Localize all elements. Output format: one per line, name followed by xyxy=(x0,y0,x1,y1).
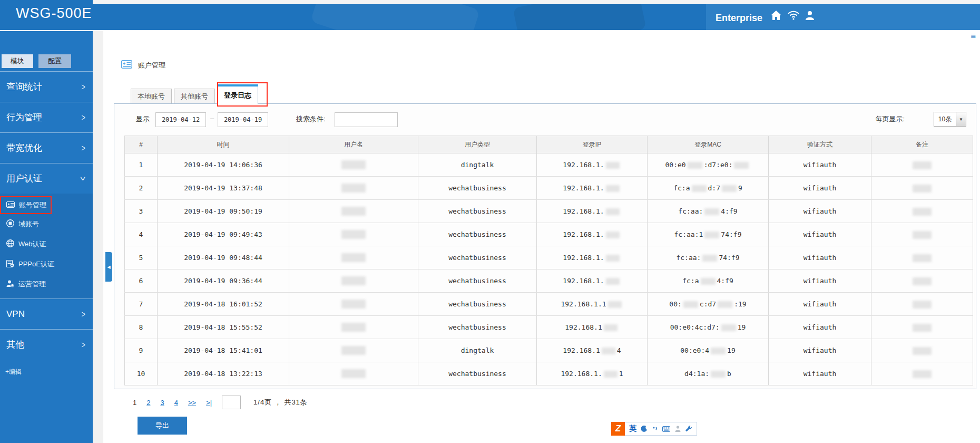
cell-time: 2019-04-19 09:50:19 xyxy=(158,200,289,223)
sidebar-item-web-auth[interactable]: Web认证 xyxy=(0,234,93,254)
redacted-blur xyxy=(704,232,719,238)
tab-login-log[interactable]: 登录日志 xyxy=(217,84,258,104)
cell-auth: wifiauth xyxy=(769,200,871,223)
date-to-input[interactable] xyxy=(218,112,268,127)
table-row: 62019-04-19 09:36:44wechatbusiness192.16… xyxy=(125,269,973,293)
cell-note xyxy=(871,200,973,223)
sidebar-edit-link[interactable]: +编辑 xyxy=(5,368,22,377)
sogou-logo-icon[interactable]: Z xyxy=(611,422,625,436)
cell-auth: wifiauth xyxy=(769,177,871,200)
table-body: 12019-04-19 14:06:36dingtalk192.168.1.00… xyxy=(125,153,973,386)
user-icon[interactable] xyxy=(806,11,814,20)
table-row: 22019-04-19 13:37:48wechatbusiness192.16… xyxy=(125,177,973,200)
cell-note xyxy=(871,362,973,386)
tab-other-accounts[interactable]: 其他账号 xyxy=(174,89,215,104)
sidebar-item-user-auth[interactable]: 用户认证 > xyxy=(0,163,93,194)
redacted-blur xyxy=(913,301,932,309)
keyboard-icon[interactable] xyxy=(662,426,670,432)
redacted-blur xyxy=(683,301,698,308)
cell-type: wechatbusiness xyxy=(418,293,537,316)
cell-ip: 192.168.1 xyxy=(537,316,648,339)
sidebar: 模块 配置 查询统计 > 行为管理 > 带宽优化 > 用户认证 > 账号管理 域… xyxy=(0,31,93,443)
redacted-blur xyxy=(711,371,726,378)
sidebar-collapse-handle[interactable]: ◀ xyxy=(105,252,112,282)
sidebar-item-operation-mgmt[interactable]: 运营管理 xyxy=(0,274,93,294)
moon-icon[interactable] xyxy=(641,426,648,432)
tab-local-accounts[interactable]: 本地账号 xyxy=(131,89,172,104)
redacted-blur xyxy=(341,346,366,355)
pagination: 1 2 3 4 >> >| 1/4页 ， 共31条 xyxy=(133,396,308,409)
cell-user xyxy=(289,316,418,339)
cell-type: wechatbusiness xyxy=(418,246,537,269)
cell-auth: wifiauth xyxy=(769,153,871,177)
page-link-2[interactable]: 2 xyxy=(146,399,150,407)
cell-note xyxy=(871,177,973,200)
page-current: 1 xyxy=(133,399,136,407)
chevron-down-icon[interactable]: ▼ xyxy=(956,112,966,126)
sidebar-tab-modules[interactable]: 模块 xyxy=(2,54,33,68)
punctuation-icon[interactable] xyxy=(652,426,658,432)
id-card-icon xyxy=(121,60,132,71)
redacted-blur xyxy=(341,184,366,192)
page-next-link[interactable]: >> xyxy=(188,399,196,407)
page-last-link[interactable]: >| xyxy=(206,399,212,407)
wrench-icon[interactable] xyxy=(685,426,692,432)
cell-ip: 192.168.1.1 xyxy=(537,293,648,316)
cell-time: 2019-04-19 13:37:48 xyxy=(158,177,289,200)
sidebar-item-account-mgmt[interactable]: 账号管理 xyxy=(0,196,52,214)
ime-language-mode[interactable]: 英 xyxy=(629,424,636,434)
page-title: 账户管理 xyxy=(138,61,165,70)
search-input[interactable] xyxy=(335,112,398,127)
redacted-blur xyxy=(913,347,932,355)
cell-type: dingtalk xyxy=(418,339,537,362)
redacted-blur xyxy=(341,369,366,378)
cell-note xyxy=(871,293,973,316)
redacted-blur xyxy=(341,300,366,309)
cell-num: 10 xyxy=(125,362,158,386)
sidebar-item-bandwidth-opt[interactable]: 带宽优化 > xyxy=(0,132,93,163)
table-row: 102019-04-18 13:22:13wechatbusiness192.1… xyxy=(125,362,973,386)
redacted-blur xyxy=(913,231,932,239)
cell-mac: fc:aa:74:f9 xyxy=(648,246,769,269)
redacted-blur xyxy=(606,185,620,192)
sidebar-item-pppoe-auth[interactable]: PPPoE认证 xyxy=(0,254,93,274)
export-button[interactable]: 导出 xyxy=(138,417,187,435)
col-username: 用户名 xyxy=(289,136,418,153)
sidebar-item-other[interactable]: 其他 > xyxy=(0,329,93,360)
redacted-blur xyxy=(341,207,366,216)
sidebar-tab-config[interactable]: 配置 xyxy=(38,54,71,68)
sidebar-item-behavior-mgmt[interactable]: 行为管理 > xyxy=(0,102,93,132)
cell-ip: 192.168.1. xyxy=(537,246,648,269)
person-icon[interactable] xyxy=(675,426,681,432)
wifi-icon[interactable] xyxy=(788,11,799,20)
user-auth-submenu: 账号管理 域账号 Web认证 PPPoE认证 运营管理 xyxy=(0,194,93,298)
redacted-blur xyxy=(913,185,932,192)
cell-num: 3 xyxy=(125,200,158,223)
redacted-blur xyxy=(606,162,620,169)
redacted-blur xyxy=(913,277,932,285)
cell-type: wechatbusiness xyxy=(418,223,537,246)
cell-time: 2019-04-19 14:06:36 xyxy=(158,153,289,177)
date-from-input[interactable] xyxy=(155,112,206,127)
cell-auth: wifiauth xyxy=(769,293,871,316)
mini-menu-icon[interactable]: ≣ xyxy=(971,32,976,40)
cell-auth: wifiauth xyxy=(769,246,871,269)
login-log-table: # 时间 用户名 用户类型 登录IP 登录MAC 验证方式 备注 12019-0… xyxy=(124,136,973,386)
redacted-blur xyxy=(606,208,620,215)
id-card-icon xyxy=(6,201,15,209)
sidebar-item-query-stats[interactable]: 查询统计 > xyxy=(0,71,93,102)
top-header-bar: WSG-500E Enterprise xyxy=(0,0,980,30)
globe-icon xyxy=(6,239,14,249)
page-size-select[interactable]: 10条 ▼ xyxy=(934,112,966,127)
login-log-panel: 显示 – 搜索条件: 每页显示: 10条 ▼ # 时间 用户名 用户类型 登录I… xyxy=(114,103,976,389)
table-header-row: # 时间 用户名 用户类型 登录IP 登录MAC 验证方式 备注 xyxy=(125,136,973,153)
cell-note xyxy=(871,316,973,339)
col-login-ip: 登录IP xyxy=(537,136,648,153)
page-link-4[interactable]: 4 xyxy=(174,399,178,407)
page-jump-input[interactable] xyxy=(222,396,241,409)
home-icon[interactable] xyxy=(771,11,781,20)
sidebar-item-vpn[interactable]: VPN > xyxy=(0,298,93,329)
page-link-3[interactable]: 3 xyxy=(160,399,164,407)
sidebar-item-domain-account[interactable]: 域账号 xyxy=(0,214,93,234)
ime-toolbar: Z 英 xyxy=(611,422,697,436)
